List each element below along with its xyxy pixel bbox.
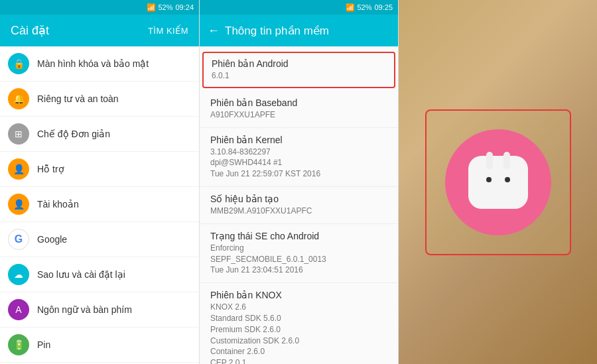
- settings-title: Cài đặt: [11, 23, 49, 38]
- time-middle: 09:25: [374, 3, 393, 11]
- right-panel: [398, 0, 597, 364]
- marshmallow-body: [468, 156, 528, 209]
- software-item-kernel: Phiên bản Kernel3.10.84-8362297 dpi@SWHD…: [200, 128, 398, 187]
- eye-left: [486, 177, 492, 182]
- settings-item-account[interactable]: 👤Tài khoản: [0, 187, 199, 222]
- search-button[interactable]: TÌM KIẾM: [148, 26, 188, 36]
- status-bar-left: 📶 52% 09:24: [0, 0, 199, 15]
- signal-middle: 📶 52%: [346, 3, 371, 12]
- software-list: Phiên bản Android6.0.1Phiên bản Baseband…: [200, 46, 398, 364]
- settings-label-simple: Chế độ Đơn giản: [37, 129, 110, 139]
- back-button[interactable]: ←: [208, 24, 220, 38]
- icon-google: G: [8, 229, 29, 250]
- left-header: Cài đặt TÌM KIẾM: [0, 15, 199, 46]
- icon-account: 👤: [8, 194, 29, 215]
- icon-simple: ⊞: [8, 123, 29, 145]
- software-label-kernel: Phiên bản Kernel: [210, 135, 387, 145]
- eyes-row: [486, 177, 510, 182]
- middle-panel: 📶 52% 09:25 ← Thông tin phần mềm Phiên b…: [199, 0, 398, 364]
- icon-backup: ☁: [8, 264, 29, 285]
- marshmallow-logo: [445, 129, 551, 235]
- software-label-knox: Phiên bản KNOX: [210, 290, 387, 300]
- software-value-android-version: 6.0.1: [212, 70, 386, 82]
- settings-label-privacy: Riêng tư và an toàn: [37, 93, 119, 104]
- software-value-knox: KNOX 2.6 Standard SDK 5.6.0 Premium SDK …: [210, 302, 387, 364]
- settings-item-support[interactable]: 👤Hỗ trợ: [0, 152, 199, 187]
- settings-item-google[interactable]: GGoogle: [0, 222, 199, 257]
- settings-label-google: Google: [37, 234, 67, 245]
- software-value-se-status: Enforcing SEPF_SECMOBILE_6.0.1_0013 Tue …: [210, 243, 387, 276]
- middle-header: ← Thông tin phần mềm: [200, 15, 398, 46]
- software-item-se-status: Trạng thái SE cho AndroidEnforcing SEPF_…: [200, 224, 398, 283]
- icon-support: 👤: [8, 158, 29, 180]
- settings-label-battery: Pin: [37, 339, 50, 350]
- settings-label-account: Tài khoản: [37, 199, 79, 210]
- antenna-right: [503, 152, 510, 169]
- software-label-build-number: Số hiệu bản tạo: [210, 194, 387, 204]
- software-item-android-version: Phiên bản Android6.0.1: [202, 52, 395, 88]
- settings-label-language: Ngôn ngữ và bàn phím: [37, 304, 132, 315]
- settings-item-lock[interactable]: 🔒Màn hình khóa và bảo mật: [0, 46, 199, 82]
- settings-list: 🔒Màn hình khóa và bảo mật🔔Riêng tư và an…: [0, 46, 199, 364]
- software-label-se-status: Trạng thái SE cho Android: [210, 231, 387, 241]
- software-item-knox: Phiên bản KNOXKNOX 2.6 Standard SDK 5.6.…: [200, 283, 398, 364]
- software-item-build-number: Số hiệu bản tạoMMB29M.A910FXXU1APFC: [200, 187, 398, 224]
- settings-item-backup[interactable]: ☁Sao lưu và cài đặt lại: [0, 257, 199, 292]
- software-value-build-number: MMB29M.A910FXXU1APFC: [210, 206, 387, 217]
- software-item-baseband: Phiên bản BasebandA910FXXU1APFE: [200, 91, 398, 128]
- icon-battery: 🔋: [8, 334, 29, 355]
- settings-label-backup: Sao lưu và cài đặt lại: [37, 269, 125, 280]
- status-bar-middle: 📶 52% 09:25: [200, 0, 398, 15]
- marshmallow-container: [425, 109, 571, 255]
- software-label-baseband: Phiên bản Baseband: [210, 97, 387, 108]
- settings-item-privacy[interactable]: 🔔Riêng tư và an toàn: [0, 82, 199, 117]
- signal-left: 📶 52%: [147, 3, 172, 12]
- time-left: 09:24: [175, 3, 194, 11]
- settings-item-language[interactable]: ANgôn ngữ và bàn phím: [0, 292, 199, 328]
- antenna-left: [486, 152, 493, 169]
- software-label-android-version: Phiên bản Android: [212, 58, 386, 69]
- settings-item-battery[interactable]: 🔋Pin: [0, 328, 199, 363]
- software-value-baseband: A910FXXU1APFE: [210, 109, 387, 121]
- icon-privacy: 🔔: [8, 88, 29, 109]
- middle-title: Thông tin phần mềm: [225, 24, 329, 38]
- settings-label-support: Hỗ trợ: [37, 164, 64, 174]
- icon-lock: 🔒: [8, 53, 29, 74]
- icon-language: A: [8, 299, 29, 320]
- eye-right: [505, 177, 510, 182]
- settings-label-lock: Màn hình khóa và bảo mật: [37, 58, 149, 69]
- software-value-kernel: 3.10.84-8362297 dpi@SWHD4414 #1 Tue Jun …: [210, 147, 387, 180]
- left-panel: 📶 52% 09:24 Cài đặt TÌM KIẾM 🔒Màn hình k…: [0, 0, 199, 364]
- settings-item-simple[interactable]: ⊞Chế độ Đơn giản: [0, 117, 199, 152]
